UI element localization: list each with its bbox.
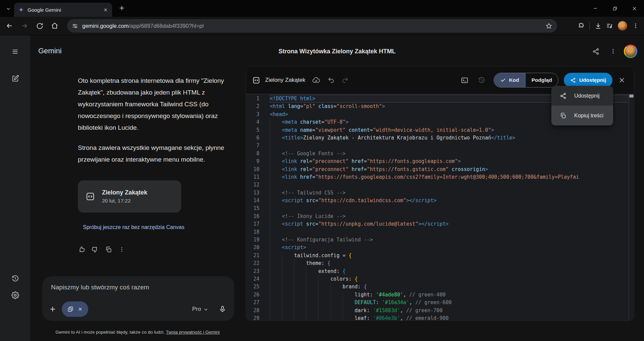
code-line[interactable]: 7 — [246, 142, 634, 150]
code-line[interactable]: 15 — [246, 205, 634, 212]
share-icon — [592, 48, 599, 55]
code-line[interactable]: 11<link href="https://fonts.googleapis.c… — [246, 173, 634, 181]
code-line[interactable]: 18 — [246, 228, 634, 236]
browser-tab[interactable]: Google Gemini — [14, 3, 112, 17]
window-minimize-button[interactable] — [586, 0, 605, 17]
code-line[interactable]: 28dark: '#15803d', // green-700 — [246, 307, 634, 315]
canvas-artifact-card[interactable]: Zielony Zakątek 20 lut, 17:22 — [78, 180, 181, 213]
undo-button[interactable] — [325, 74, 337, 86]
prompt-composer[interactable]: Napiszmy lub stwórzmy coś razem Pro — [42, 276, 234, 321]
redo-icon — [342, 77, 349, 84]
menu-item-copy-content[interactable]: Kopiuj treści — [551, 106, 613, 125]
canvas-tool-chip[interactable] — [62, 301, 88, 317]
downloads-icon[interactable] — [592, 20, 604, 32]
thumbs-up-icon — [78, 246, 85, 253]
browser-menu-icon[interactable] — [630, 20, 641, 32]
reload-button[interactable] — [34, 20, 45, 32]
site-controls-icon[interactable] — [72, 23, 78, 29]
code-line[interactable]: 8<!-- Google Fonts --> — [246, 150, 634, 158]
tab-title: Google Gemini — [28, 7, 103, 13]
url-text[interactable]: gemini.google.com/app/6897d68dab4f3390?h… — [82, 23, 545, 29]
code-editor[interactable]: 1<!DOCTYPE html>2<html lang="pl" class="… — [246, 94, 634, 321]
thumbs-up-button[interactable] — [77, 244, 87, 254]
bookmark-star-icon[interactable] — [545, 22, 552, 30]
copy-icon — [105, 246, 112, 253]
card-timestamp: 20 lut, 17:22 — [102, 198, 147, 204]
sidebar-rail — [0, 35, 30, 341]
account-avatar[interactable] — [624, 45, 637, 58]
extensions-icon[interactable] — [575, 20, 587, 32]
code-line[interactable]: 26light: '#4ade80', // green-400 — [246, 291, 634, 299]
tab-search-button[interactable] — [4, 4, 13, 13]
share-conversation-button[interactable] — [589, 45, 602, 58]
remove-tool-button[interactable] — [78, 306, 83, 312]
window-close-button[interactable] — [625, 0, 644, 17]
conversation-menu-button[interactable] — [606, 45, 620, 58]
code-line[interactable]: 9<link rel="preconnect" href="https://fo… — [246, 158, 634, 165]
code-line[interactable]: 12 — [246, 181, 634, 189]
console-button[interactable] — [459, 74, 471, 86]
code-line[interactable]: 24colors: { — [246, 275, 634, 283]
code-line[interactable]: 16<!-- Ikony Lucide --> — [246, 213, 634, 220]
add-attachment-button[interactable] — [48, 304, 58, 314]
thumbs-down-button[interactable] — [90, 244, 100, 254]
code-line[interactable]: 10<link rel="preconnect" href="https://f… — [246, 166, 634, 173]
message-actions — [77, 244, 130, 254]
saved-status-button[interactable] — [310, 74, 322, 86]
canvas-title[interactable]: Zielony Zakątek — [265, 77, 305, 83]
retry-without-canvas-link[interactable]: Spróbuj jeszcze raz bez narzędzia Canvas — [83, 224, 184, 230]
privacy-link[interactable]: Twoja prywatność i Gemini — [166, 330, 220, 335]
tab-close-icon[interactable] — [103, 7, 108, 12]
code-line[interactable]: 14<script src="https://cdn.tailwindcss.c… — [246, 197, 634, 205]
forward-button[interactable] — [19, 20, 30, 32]
check-icon — [500, 77, 506, 83]
code-line[interactable]: 22theme: { — [246, 260, 634, 267]
share-icon — [560, 93, 566, 99]
code-line[interactable]: 13<!-- Tailwind CSS --> — [246, 189, 634, 197]
scrollbar-thumb[interactable] — [629, 95, 634, 98]
code-line[interactable]: 23extend: { — [246, 268, 634, 275]
copy-response-button[interactable] — [103, 244, 113, 254]
redo-button[interactable] — [339, 74, 351, 86]
more-actions-button[interactable] — [117, 244, 127, 254]
code-preview-toggle: Kod Podgląd — [494, 73, 558, 88]
media-controls-icon[interactable] — [604, 20, 615, 32]
new-tab-button[interactable] — [118, 4, 126, 12]
code-file-icon — [85, 191, 95, 202]
version-history-button[interactable] — [476, 74, 488, 86]
code-line[interactable]: 20<script> — [246, 244, 634, 251]
prompt-placeholder: Napiszmy lub stwórzmy coś razem — [51, 284, 149, 291]
new-chat-button[interactable] — [10, 73, 20, 83]
code-line[interactable]: 19<!-- Konfiguracja Tailwind --> — [246, 236, 634, 244]
history-button[interactable] — [10, 273, 20, 283]
model-picker[interactable]: Pro — [192, 306, 209, 312]
voice-input-button[interactable] — [219, 305, 226, 313]
code-line[interactable]: 25brand: { — [246, 283, 634, 291]
address-bar[interactable]: gemini.google.com/app/6897d68dab4f3390?h… — [67, 19, 557, 33]
copy-icon — [560, 112, 566, 119]
code-line[interactable]: 29leaf: '#064e3b', // emerald-900 — [246, 315, 634, 321]
code-scrollbar[interactable] — [629, 94, 634, 321]
microphone-icon — [219, 305, 226, 313]
browser-profile-avatar[interactable] — [618, 21, 627, 31]
conversation-title: Strona Wizytówka Zielony Zakątek HTML — [30, 48, 644, 55]
code-line[interactable]: 5<meta name="viewport" content="width=de… — [246, 126, 634, 134]
code-line[interactable]: 6<title>Zielony Zakątek - Architektura K… — [246, 134, 634, 142]
main-menu-button[interactable] — [10, 47, 20, 57]
code-line[interactable]: 17<script src="https://unpkg.com/lucide@… — [246, 220, 634, 228]
tab-code[interactable]: Kod — [494, 73, 525, 87]
code-file-icon — [252, 76, 260, 84]
chevron-down-icon — [203, 306, 209, 312]
menu-item-share[interactable]: Udostępnij — [551, 86, 613, 106]
code-line[interactable]: 21tailwind.config = { — [246, 252, 634, 260]
settings-button[interactable] — [10, 290, 20, 300]
canvas-share-button[interactable]: Udostępnij — [564, 73, 612, 88]
tab-preview[interactable]: Podgląd — [525, 73, 558, 87]
undo-icon — [328, 77, 335, 84]
back-button[interactable] — [4, 20, 15, 32]
code-line[interactable]: 27DEFAULT: '#16a34a', // green-600 — [246, 299, 634, 306]
close-canvas-button[interactable] — [616, 74, 628, 86]
window-restore-button[interactable] — [605, 0, 625, 17]
home-button[interactable] — [49, 20, 60, 32]
code-lines: 1<!DOCTYPE html>2<html lang="pl" class="… — [246, 95, 634, 321]
